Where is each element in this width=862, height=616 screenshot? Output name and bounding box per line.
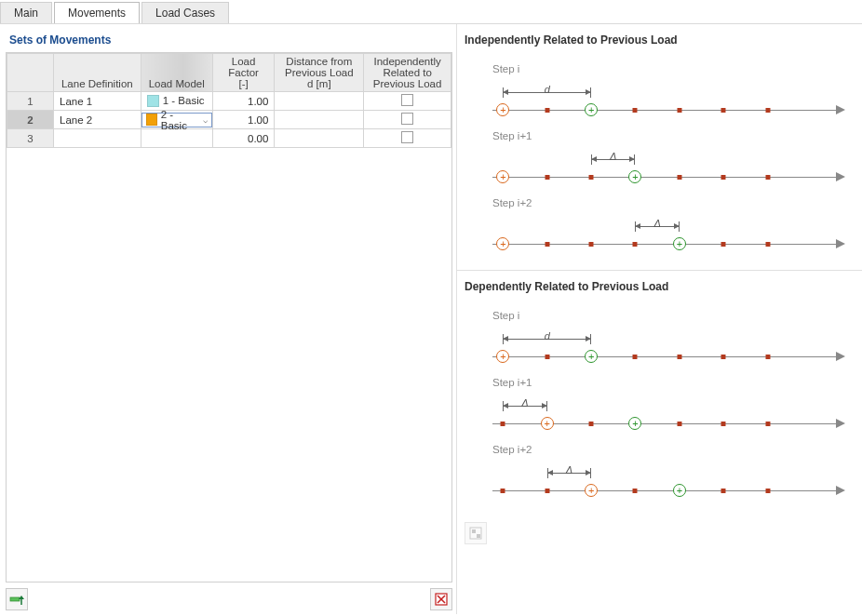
dimension-label: d [503,330,591,341]
dependent-diagrams: Step i++dStep i+1++ΔStep i+2++Δ [465,310,855,502]
model-swatch [146,114,157,126]
load-model-value: 2 - Basic [161,109,199,131]
content-area: Sets of Movements Lane Definition Load M… [0,24,862,614]
cell-lane[interactable]: Lane 2 [53,111,141,129]
row-index[interactable]: 2 [7,111,54,129]
axis-tick [765,242,770,247]
step-label: Step i+1 [492,130,855,141]
axis-tick [765,422,770,426]
cell-model[interactable]: 1 - Basic [141,92,212,111]
table-row[interactable]: 2Lane 22 - Basic⌵1.00 [7,111,451,129]
moving-load-node: + [628,170,641,183]
axis-tick [633,108,638,113]
axis-tick [633,355,638,359]
diagram-step: ++Δ [492,210,845,255]
tab-strip: Main Movements Load Cases [0,0,862,23]
independent-checkbox[interactable] [401,131,413,143]
dimension-label: Δ [591,151,635,162]
dependent-section: Dependently Related to Previous Load Ste… [457,271,862,516]
cell-distance[interactable] [275,129,364,148]
cell-model[interactable] [141,129,212,148]
independent-diagrams: Step i++dStep i+1++ΔStep i+2++Δ [465,63,855,255]
load-model-dropdown[interactable]: 2 - Basic⌵ [141,113,212,127]
add-row-button[interactable] [6,588,28,610]
step-label: Step i+2 [492,444,855,455]
arrowhead-icon [836,419,845,428]
cell-independent[interactable] [364,111,451,129]
axis-tick [765,175,770,180]
col-factor[interactable]: Load Factor[-] [212,54,275,92]
svg-rect-0 [10,597,20,601]
axis-tick [501,422,505,426]
moving-load-node: + [585,350,598,363]
dimension: d [503,334,591,345]
axis-tick [633,489,638,493]
dimension: Δ [503,401,546,412]
tab-movements[interactable]: Movements [54,2,140,23]
col-model[interactable]: Load Model [141,54,212,92]
step-label: Step i+2 [492,197,855,208]
axis-tick [545,242,549,247]
axis-tick [721,175,726,180]
table-row[interactable]: 30.00 [7,129,451,148]
axis-tick [721,355,726,359]
cell-lane[interactable]: Lane 1 [53,92,141,111]
axis-tick [765,489,770,493]
axis-tick [545,355,549,359]
col-independent[interactable]: IndependentlyRelated toPrevious Load [364,54,451,92]
tab-loadcases[interactable]: Load Cases [141,2,229,23]
reference-load-node: + [496,103,509,116]
independent-checkbox[interactable] [401,113,413,125]
reference-load-node: + [496,170,509,183]
grid-toolbar [6,583,452,610]
arrowhead-icon [836,486,845,495]
movements-grid[interactable]: Lane Definition Load Model Load Factor[-… [6,52,452,583]
axis-tick [589,242,594,247]
axis-tick [677,108,681,113]
axis-tick [589,175,594,180]
cell-factor[interactable]: 1.00 [212,92,275,111]
axis-tick [677,175,681,180]
info-button [465,522,487,544]
grid-body: 1Lane 11 - Basic1.002Lane 22 - Basic⌵1.0… [7,92,451,148]
cell-lane[interactable] [53,129,141,148]
cell-distance[interactable] [275,111,364,129]
cell-distance[interactable] [275,92,364,111]
cell-model[interactable]: 2 - Basic⌵ [141,111,212,129]
arrowhead-icon [836,239,845,248]
col-lane[interactable]: Lane Definition [53,54,141,92]
moving-load-node: + [628,417,641,430]
independent-title: Independently Related to Previous Load [465,30,855,54]
independent-checkbox[interactable] [401,94,413,106]
movements-table: Lane Definition Load Model Load Factor[-… [7,53,451,148]
dimension-label: Δ [635,218,679,229]
cell-independent[interactable] [364,92,451,111]
row-index[interactable]: 1 [7,92,54,111]
axis-tick [545,489,549,493]
row-index[interactable]: 3 [7,129,54,148]
axis-tick [545,175,549,180]
moving-load-node: + [585,103,598,116]
dependent-title: Dependently Related to Previous Load [465,276,855,301]
cell-factor[interactable]: 0.00 [212,129,275,148]
table-row[interactable]: 1Lane 11 - Basic1.00 [7,92,451,111]
col-distance[interactable]: Distance fromPrevious Loadd [m] [275,54,364,92]
step-label: Step i [492,63,855,74]
step-label: Step i+1 [492,377,855,388]
dimension: Δ [547,468,591,479]
cell-independent[interactable] [364,129,451,148]
dimension-label: d [503,84,591,95]
axis-tick [721,489,726,493]
arrowhead-icon [836,172,845,181]
tab-main[interactable]: Main [0,2,52,23]
step-label: Step i [492,310,855,321]
axis-tick [721,422,726,426]
axis-tick [765,355,770,359]
cell-factor[interactable]: 1.00 [212,111,275,129]
dimension: d [503,87,591,99]
diagram-step: ++Δ [492,390,845,435]
delete-row-button[interactable] [430,588,452,610]
dimension-label: Δ [503,397,546,408]
dimension: Δ [635,221,679,233]
reference-load-node: + [496,350,509,363]
